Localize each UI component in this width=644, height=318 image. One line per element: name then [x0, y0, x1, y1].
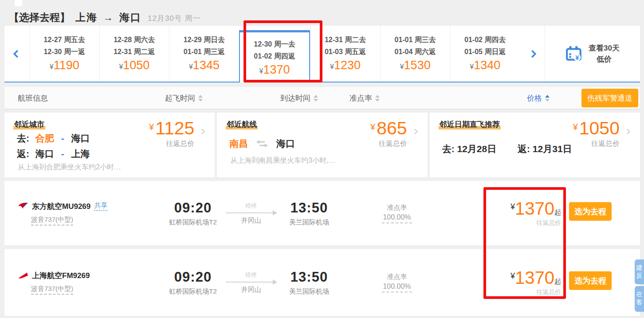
date-tab-1[interactable]: 12-27 周五去 12-30 周一返 ¥1190: [29, 26, 99, 82]
feedback-tab-char1: 建: [635, 263, 644, 271]
airline-block: 上海航空FM9269 波音737(中型): [18, 271, 90, 295]
feedback-tab-char2: 反: [635, 271, 644, 279]
flight-price: 1370: [515, 198, 554, 218]
currency-symbol: ¥: [119, 63, 123, 71]
date-tab-5[interactable]: 12-31 周二去 01-03 周五返 ¥1230: [310, 26, 380, 82]
ontime-block: 准点率 100.00%: [367, 273, 427, 293]
carousel-prev-button[interactable]: [4, 26, 29, 82]
nearby-go-date: 去: 12月28日: [442, 144, 497, 154]
alt-to-city: 海口: [276, 138, 295, 149]
flight-info-label: 航班信息: [18, 93, 48, 103]
date-back: 12-30 周一返: [30, 46, 99, 58]
back-to: 上海: [71, 149, 90, 159]
sort-depart-time[interactable]: 起飞时间: [165, 87, 203, 109]
date-tab-7[interactable]: 01-02 周四去 01-05 周日返 ¥1340: [450, 26, 520, 82]
return-route-line: 返: 海口 - 上海: [17, 148, 90, 160]
go-label: 去:: [17, 133, 29, 143]
sort-arrows-icon: [545, 95, 550, 102]
go-dest: 海口: [71, 133, 90, 143]
nearby-route-card[interactable]: 邻近航线 南昌 海口 从上海到南昌乘坐火车约3小时,… ¥865 往返总价: [217, 113, 427, 177]
currency-symbol: ¥: [470, 63, 474, 71]
sort-ontime-rate[interactable]: 准点率: [349, 87, 380, 109]
transfer-note: 从上海到合肥乘坐火车约2小时…: [18, 163, 121, 172]
page-header: 【选择去程】 上海 → 海口 12月30号 周一: [9, 11, 201, 24]
aircraft-type[interactable]: 波音737(中型): [31, 285, 73, 295]
aircraft-type[interactable]: 波音737(中型): [31, 215, 73, 225]
from-suffix: 起: [554, 278, 561, 285]
departure-time: 09:20: [151, 200, 235, 216]
sort-bar: 航班信息 起飞时间 到达时间 准点率 价格 伤残军警通道: [4, 87, 640, 109]
go-city: 合肥: [35, 133, 54, 143]
view30-label-line1: 查看30天: [589, 43, 620, 54]
roundtrip-total-label: 往返总价: [573, 139, 620, 149]
roundtrip-total-label: 往返总价: [370, 139, 407, 149]
select-outbound-label: 选为去程: [574, 276, 606, 285]
arrival-time: 13:50: [267, 200, 351, 216]
flight-price: 1370: [515, 268, 554, 287]
roundtrip-total-label: 往返总价: [455, 219, 561, 227]
view-30day-low-price-button[interactable]: ¥ 查看30天 低价: [545, 26, 640, 82]
flight-price-block: ¥1370起 往返总价: [455, 268, 561, 296]
currency-symbol: ¥: [573, 122, 578, 132]
select-outbound-button[interactable]: 选为去程: [569, 202, 612, 220]
dash-separator: -: [61, 149, 64, 159]
feedback-side-tab[interactable]: 建 反: [635, 259, 644, 284]
date-go: 01-02 周四去: [450, 34, 520, 46]
date-go: 12-29 周日去: [169, 34, 239, 46]
date-price: 1345: [193, 59, 220, 72]
sort-arrows-icon: [375, 95, 380, 102]
top-decoration: [15, 0, 22, 6]
travel-date: 12月30号 周一: [148, 13, 201, 24]
ontime-rate-value[interactable]: 100.00%: [382, 281, 412, 293]
price-block: ¥865 往返总价: [370, 118, 407, 149]
column-flight-info: 航班信息: [18, 87, 48, 109]
nearby-city-card[interactable]: 邻近城市 去: 合肥 - 海口 返: 海口 - 上海 从上海到合肥乘坐火车约2小…: [4, 113, 215, 177]
date-tab-6[interactable]: 01-01 周三去 01-04 周六返 ¥1530: [380, 26, 450, 82]
date-tab-2[interactable]: 12-28 周六去 12-31 周二返 ¥1050: [99, 26, 169, 82]
service-tab-char2: 客: [635, 298, 644, 306]
date-back: 01-04 周六返: [381, 46, 450, 58]
select-outbound-button[interactable]: 选为去程: [569, 271, 612, 290]
codeshare-link[interactable]: 共享: [94, 201, 107, 211]
from-city: 上海: [75, 11, 98, 24]
back-from: 海口: [35, 149, 54, 159]
sort-arrows-icon: [198, 95, 203, 102]
arrival-airport: 美兰国际机场: [267, 218, 351, 227]
nearby-date-card[interactable]: 邻近日期直飞推荐 去: 12月28日 返: 12月31日 ¥1050 往返总价: [430, 113, 640, 177]
sort-price-active[interactable]: 价格: [527, 87, 550, 109]
date-back: 01-01 周三返: [169, 46, 239, 58]
sort-arrive-time[interactable]: 到达时间: [280, 87, 318, 109]
roundtrip-total-label: 往返总价: [455, 288, 561, 296]
ontime-rate-label: 准点率: [349, 93, 372, 103]
airline-block: 东方航空MU9269 共享 波音737(中型): [18, 201, 107, 225]
ontime-rate-value[interactable]: 100.00%: [382, 212, 412, 223]
currency-symbol: ¥: [50, 63, 54, 71]
date-tab-4-selected[interactable]: 12-30 周一去 01-02 周四返 ¥1370: [239, 30, 310, 82]
military-police-channel-button[interactable]: 伤残军警通道: [581, 89, 638, 107]
nearby-route-tag: 邻近航线: [226, 119, 258, 130]
transfer-note: 从上海到南昌乘坐火车约3小时,…: [230, 156, 335, 165]
select-outbound-label: 选为去程: [574, 207, 606, 216]
flight-row-mu9269: 东方航空MU9269 共享 波音737(中型) 09:20 虹桥国际机场T2 经…: [4, 181, 640, 245]
flight-price-block: ¥1370起 往返总价: [455, 198, 561, 227]
sort-arrows-icon: [314, 95, 318, 102]
chevron-right-icon: [528, 50, 536, 58]
carousel-next-button[interactable]: [520, 26, 545, 82]
chevron-right-icon: [624, 129, 630, 134]
departure-block: 09:20 虹桥国际机场T2: [151, 200, 235, 227]
price-block: ¥1125 往返总价: [149, 118, 194, 149]
currency-symbol: ¥: [189, 63, 193, 71]
departure-time: 09:20: [151, 269, 235, 285]
departure-airport: 虹桥国际机场T2: [151, 218, 235, 227]
price-value: 865: [377, 118, 407, 138]
customer-service-side-tab[interactable]: 在 客: [635, 286, 644, 312]
date-go: 12-31 周二去: [310, 34, 380, 46]
airline-flight-number: 东方航空MU9269: [32, 201, 90, 211]
price-label: 价格: [527, 93, 542, 103]
back-label: 返:: [17, 149, 29, 159]
dash-separator: -: [61, 133, 64, 143]
from-suffix: 起: [554, 208, 561, 216]
date-tab-3[interactable]: 12-29 周日去 01-01 周三返 ¥1345: [169, 26, 239, 82]
date-back: 12-31 周二返: [100, 46, 169, 58]
nearby-dates-line: 去: 12月28日 返: 12月31日: [442, 143, 572, 155]
